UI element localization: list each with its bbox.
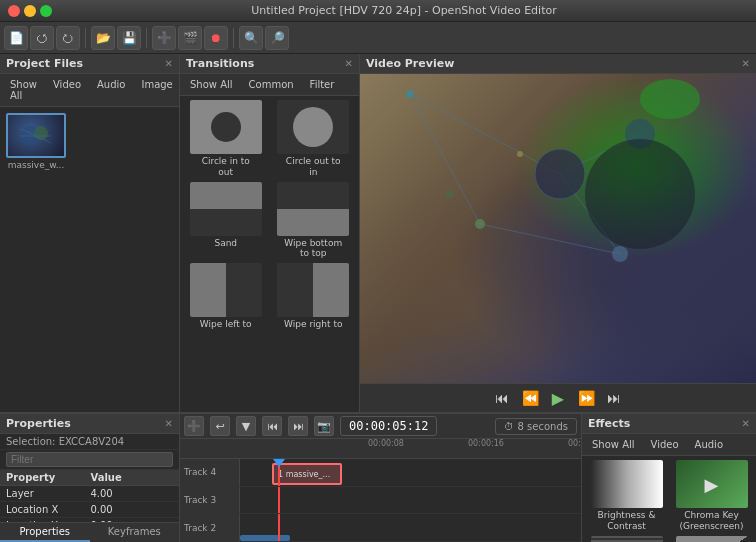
transitions-title: Transitions (186, 57, 254, 70)
minimize-button[interactable] (24, 5, 36, 17)
transition-circle-in-label: Circle in toout (202, 156, 250, 178)
trans-tab-filter[interactable]: Filter (304, 77, 341, 92)
properties-filter-input[interactable] (6, 452, 173, 467)
transition-circle-in[interactable]: Circle in toout (184, 100, 268, 178)
rewind-button[interactable]: ⏪ (519, 387, 541, 409)
main-toolbar: 📄 ⭯ ⭮ 📂 💾 ➕ 🎬 ⏺ 🔍 🔎 (0, 22, 756, 54)
video-preview-title: Video Preview (366, 57, 454, 70)
zoom-out-button[interactable]: 🔎 (265, 26, 289, 50)
effect-deinterlace[interactable]: Deinterlace (586, 536, 667, 542)
add-track-button[interactable]: ➕ (152, 26, 176, 50)
import-button[interactable]: 🎬 (178, 26, 202, 50)
transitions-panel: Transitions ✕ Show All Common Filter Cir… (180, 54, 360, 412)
transition-sand-thumb (190, 182, 262, 236)
effects-tab-audio[interactable]: Audio (689, 437, 729, 452)
bottom-section: Properties ✕ Selection: EXCCA8V204 Prope… (0, 412, 756, 542)
effects-title: Effects (588, 417, 630, 430)
ruler-mark-8: 00:00:08 (368, 439, 404, 448)
track-4-area[interactable]: 1 massive_... (240, 459, 581, 486)
timeline-snapshot-button[interactable]: 📷 (314, 416, 334, 436)
ruler-mark-16: 00:00:16 (468, 439, 504, 448)
fast-forward-button[interactable]: ⏩ (575, 387, 597, 409)
transition-sand[interactable]: Sand (184, 182, 268, 260)
maximize-button[interactable] (40, 5, 52, 17)
transition-wipe-left[interactable]: Wipe left to (184, 263, 268, 330)
transitions-tabs: Show All Common Filter (180, 74, 359, 96)
project-tab-showall[interactable]: Show All (4, 77, 43, 103)
effect-alphamask[interactable]: Alpha Mask/ Wipe Tra... (671, 536, 752, 542)
tab-properties[interactable]: Properties (0, 523, 90, 542)
project-files-header: Project Files ✕ (0, 54, 179, 74)
trans-tab-showall[interactable]: Show All (184, 77, 239, 92)
timeline-filter-button[interactable]: ▼ (236, 416, 256, 436)
effects-panel: Effects ✕ Show All Video Audio Brightnes… (581, 414, 756, 542)
properties-bottom-tabs: Properties Keyframes (0, 522, 179, 542)
rewind-to-start-button[interactable]: ⏮ (491, 387, 513, 409)
timeline-prev-button[interactable]: ⏮ (262, 416, 282, 436)
window-title: Untitled Project [HDV 720 24p] - OpenSho… (60, 4, 748, 17)
timeline-scroll-indicator[interactable] (240, 535, 290, 541)
project-tab-image[interactable]: Image (135, 77, 178, 103)
timeline-time-row: ➕ ↩ ▼ ⏮ ⏭ 📷 00:00:05:12 ⏱ 8 seconds (180, 414, 581, 439)
transition-wipe-bottom-thumb (277, 182, 349, 236)
transition-circle-out[interactable]: Circle out toin (272, 100, 356, 178)
transitions-close[interactable]: ✕ (345, 58, 353, 69)
project-tab-video[interactable]: Video (47, 77, 87, 103)
file-item[interactable]: massive_w... (6, 113, 66, 170)
effects-close[interactable]: ✕ (742, 418, 750, 429)
effects-tab-video[interactable]: Video (645, 437, 685, 452)
transition-wipe-right[interactable]: Wipe right to (272, 263, 356, 330)
effects-tab-showall[interactable]: Show All (586, 437, 641, 452)
play-button[interactable]: ▶ (547, 387, 569, 409)
svg-point-9 (406, 90, 414, 98)
close-button[interactable] (8, 5, 20, 17)
transition-wipe-left-label: Wipe left to (200, 319, 252, 330)
track-3-area[interactable] (240, 487, 581, 514)
transition-circle-out-thumb (277, 100, 349, 154)
playhead-marker (273, 459, 285, 467)
project-tab-audio[interactable]: Audio (91, 77, 131, 103)
tab-keyframes[interactable]: Keyframes (90, 523, 180, 542)
playhead[interactable] (278, 459, 280, 486)
timeline-tracks: Track 4 1 massive_... Track 3 (180, 459, 581, 542)
file-thumbnail (6, 113, 66, 158)
playhead-track2 (278, 514, 280, 541)
timeline-next-button[interactable]: ⏭ (288, 416, 308, 436)
open-button[interactable]: 📂 (91, 26, 115, 50)
video-preview-close[interactable]: ✕ (742, 58, 750, 69)
duration-badge: ⏱ 8 seconds (495, 418, 577, 435)
svg-line-5 (410, 94, 480, 224)
effect-chromakey[interactable]: ▶ Chroma Key(Greenscreen) (671, 460, 752, 532)
save-button[interactable]: 💾 (117, 26, 141, 50)
trans-tab-common[interactable]: Common (243, 77, 300, 92)
track-2-area[interactable] (240, 514, 581, 541)
svg-point-10 (535, 149, 585, 199)
transition-wipe-bottom[interactable]: Wipe bottomto top (272, 182, 356, 260)
transitions-header: Transitions ✕ (180, 54, 359, 74)
effects-header: Effects ✕ (582, 414, 756, 434)
ruler-area: 00:00:08 00:00:16 00:00:24 00:00:32 (300, 439, 581, 458)
project-files-close[interactable]: ✕ (165, 58, 173, 69)
redo-button[interactable]: ⭮ (56, 26, 80, 50)
timeline-undo-button[interactable]: ↩ (210, 416, 230, 436)
prop-layer-value: 4.00 (84, 486, 179, 502)
track-2: Track 2 (180, 514, 581, 542)
zoom-in-button[interactable]: 🔍 (239, 26, 263, 50)
timeline-add-button[interactable]: ➕ (184, 416, 204, 436)
prop-layer-label: Layer (0, 486, 84, 502)
toolbar-separator (85, 28, 86, 48)
record-button[interactable]: ⏺ (204, 26, 228, 50)
window-controls[interactable] (8, 5, 52, 17)
properties-table: Property Value Layer 4.00 Location X 0.0… (0, 470, 179, 522)
undo-button[interactable]: ⭯ (30, 26, 54, 50)
effect-alphamask-thumb (676, 536, 748, 542)
effect-chromakey-label: Chroma Key(Greenscreen) (679, 510, 743, 532)
new-button[interactable]: 📄 (4, 26, 28, 50)
skip-to-end-button[interactable]: ⏭ (603, 387, 625, 409)
properties-close[interactable]: ✕ (165, 418, 173, 429)
clock-icon: ⏱ (504, 421, 514, 432)
effects-grid: Brightness &Contrast ▶ Chroma Key(Greens… (582, 456, 756, 542)
main-area: Project Files ✕ Show All Video Audio Ima… (0, 54, 756, 412)
project-files-content: massive_w... (0, 107, 179, 412)
effect-brightness[interactable]: Brightness &Contrast (586, 460, 667, 532)
